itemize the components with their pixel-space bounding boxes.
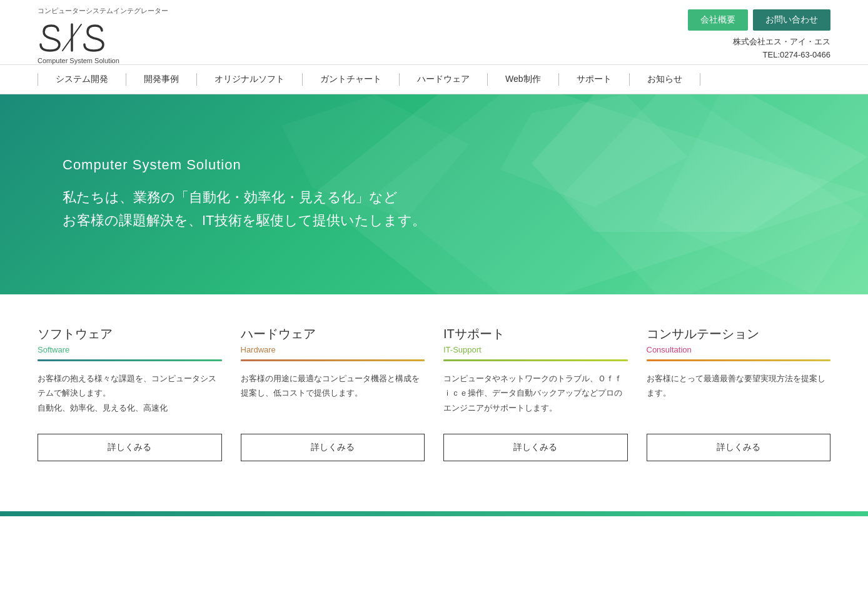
nav-item-original-soft[interactable]: オリジナルソフト — [197, 65, 302, 94]
service-it-title-en: IT-Support — [443, 345, 628, 354]
tagline: コンピューターシステムインテグレーター — [38, 6, 168, 16]
logo-container: Computer System Solution — [38, 18, 168, 64]
svg-marker-8 — [500, 94, 688, 207]
company-overview-button[interactable]: 会社概要 — [688, 9, 748, 31]
service-hardware-title-jp: ハードウェア — [241, 326, 425, 342]
service-it-desc: コンピュータやネットワークのトラブル、Ｏｆｆｉｃｅ操作、データ自動バックアップな… — [443, 371, 628, 421]
service-consult-button[interactable]: 詳しくみる — [647, 434, 831, 461]
hero-line1: 私たちは、業務の「自動化・効率化・見える化」など — [63, 189, 398, 205]
nav-item-gantt[interactable]: ガントチャート — [303, 65, 399, 94]
service-consult-divider — [647, 359, 831, 361]
company-info: 株式会社エス・アイ・エス TEL:0274-63-0466 — [733, 36, 830, 62]
company-name: 株式会社エス・アイ・エス — [733, 36, 830, 49]
nav-item-system-dev[interactable]: システム開発 — [38, 65, 126, 94]
service-hardware-divider — [241, 359, 425, 361]
service-card-consultation: コンサルテーション Consultation お客様にとって最適最善な要望実現方… — [647, 326, 831, 480]
nav-item-hardware[interactable]: ハードウェア — [400, 65, 487, 94]
service-software-divider — [38, 359, 222, 361]
site-logo — [38, 18, 119, 56]
service-consult-title-jp: コンサルテーション — [647, 326, 831, 342]
header: コンピューターシステムインテグレーター Computer System Solu… — [0, 0, 868, 64]
hero-text: 私たちは、業務の「自動化・効率化・見える化」など お客様の課題解決を、IT技術を… — [63, 186, 426, 232]
hero-content: Computer System Solution 私たちは、業務の「自動化・効率… — [63, 157, 426, 232]
footer-bar — [0, 511, 868, 516]
nav-item-news[interactable]: お知らせ — [630, 65, 700, 94]
hero-section: Computer System Solution 私たちは、業務の「自動化・効率… — [0, 94, 868, 294]
service-hardware-title-en: Hardware — [241, 345, 425, 354]
service-hardware-button[interactable]: 詳しくみる — [241, 434, 425, 461]
service-card-hardware: ハードウェア Hardware お客様の用途に最適なコンピュータ機器と構成を提案… — [241, 326, 444, 480]
service-software-desc: お客様の抱える様々な課題を、コンピュータシステムで解決します。自動化、効率化、見… — [38, 371, 222, 421]
header-right: 会社概要 お問い合わせ 株式会社エス・アイ・エス TEL:0274-63-046… — [688, 6, 830, 62]
nav-item-dev-examples[interactable]: 開発事例 — [126, 65, 196, 94]
header-left: コンピューターシステムインテグレーター Computer System Solu… — [38, 6, 168, 64]
contact-button[interactable]: お問い合わせ — [753, 9, 830, 31]
nav-divider — [700, 73, 700, 86]
service-it-title-jp: ITサポート — [443, 326, 628, 342]
service-it-button[interactable]: 詳しくみる — [443, 434, 628, 461]
service-it-divider — [443, 359, 628, 361]
service-software-button[interactable]: 詳しくみる — [38, 434, 222, 461]
service-consult-desc: お客様にとって最適最善な要望実現方法を提案します。 — [647, 371, 831, 421]
svg-marker-4 — [532, 94, 868, 232]
service-software-title-jp: ソフトウェア — [38, 326, 222, 342]
service-hardware-desc: お客様の用途に最適なコンピュータ機器と構成を提案し、低コストで提供します。 — [241, 371, 425, 421]
company-tel: TEL:0274-63-0466 — [733, 49, 830, 62]
service-software-title-en: Software — [38, 345, 222, 354]
header-buttons: 会社概要 お問い合わせ — [688, 9, 830, 31]
main-nav: システム開発 開発事例 オリジナルソフト ガントチャート ハードウェア Web制… — [0, 64, 868, 94]
svg-marker-6 — [657, 94, 868, 294]
service-consult-title-en: Consultation — [647, 345, 831, 354]
service-card-it-support: ITサポート IT-Support コンピュータやネットワークのトラブル、Ｏｆｆ… — [443, 326, 647, 480]
svg-marker-3 — [375, 94, 868, 294]
svg-marker-5 — [563, 94, 868, 294]
nav-item-web[interactable]: Web制作 — [488, 65, 558, 94]
hero-line2: お客様の課題解決を、IT技術を駆使して提供いたします。 — [63, 212, 426, 228]
nav-item-support[interactable]: サポート — [559, 65, 629, 94]
services-section: ソフトウェア Software お客様の抱える様々な課題を、コンピュータシステム… — [0, 294, 868, 511]
hero-title: Computer System Solution — [63, 157, 426, 173]
logo-subtitle: Computer System Solution — [38, 57, 119, 64]
service-card-software: ソフトウェア Software お客様の抱える様々な課題を、コンピュータシステム… — [38, 326, 241, 480]
